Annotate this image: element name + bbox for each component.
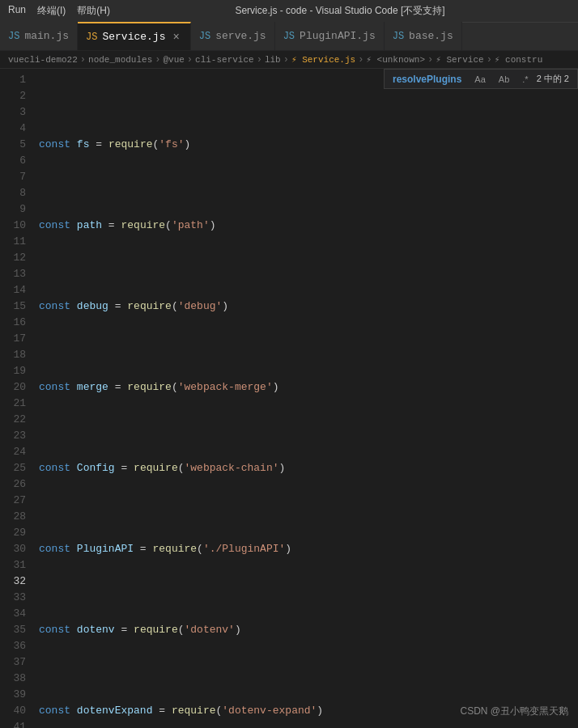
tab-close-button[interactable]: × [170,30,181,44]
ln-14: 14 [0,282,26,298]
ln-35: 35 [0,622,26,638]
ln-8: 8 [0,185,26,201]
ln-21: 21 [0,396,26,412]
ln-30: 30 [0,541,26,557]
tab-serve[interactable]: JS serve.js [191,22,275,50]
code-area[interactable]: const fs = require('fs') const path = re… [32,69,578,728]
code-line-7: const dotenv = require('dotenv') [39,622,578,638]
ln-24: 24 [0,444,26,460]
ln-16: 16 [0,315,26,331]
ln-1: 1 [0,72,26,88]
window-title: Service.js - code - Visual Studio Code [… [110,4,570,18]
bc-service-class: ⚡ Service [436,54,483,65]
ln-34: 34 [0,606,26,622]
js-icon-service: JS [86,32,97,43]
ln-33: 33 [0,590,26,606]
ln-31: 31 [0,557,26,574]
tab-pluginapi-label: PluginAPI.js [300,30,376,42]
editor: 1 2 3 4 5 6 7 8 9 10 11 12 13 14 15 16 1… [0,69,578,728]
tab-service[interactable]: JS Service.js × [78,22,191,50]
js-icon-pluginapi: JS [283,31,295,42]
ln-40: 40 [0,703,26,719]
ln-25: 25 [0,460,26,476]
code-line-6: const PluginAPI = require('./PluginAPI') [39,541,578,557]
ln-17: 17 [0,331,26,347]
ln-2: 2 [0,88,26,104]
tab-bar: JS main.js JS Service.js × JS serve.js J… [0,23,578,51]
search-term: resolvePlugins [393,74,461,85]
tab-main[interactable]: JS main.js [0,22,78,50]
tab-base[interactable]: JS base.js [385,22,462,50]
ln-32: 32 [0,574,26,590]
ln-41: 41 [0,719,26,728]
menu-run[interactable]: Run [8,4,26,18]
tab-serve-label: serve.js [215,30,266,42]
line-numbers: 1 2 3 4 5 6 7 8 9 10 11 12 13 14 15 16 1… [0,69,32,728]
code-line-1: const fs = require('fs') [39,137,578,153]
ln-5: 5 [0,137,26,153]
ln-38: 38 [0,671,26,687]
menu-terminal[interactable]: 终端(I) [37,4,66,18]
search-meta-symbol[interactable]: .* [522,74,528,84]
ln-37: 37 [0,654,26,671]
code-line-2: const path = require('path') [39,218,578,234]
code-line-5: const Config = require('webpack-chain') [39,460,578,476]
menu-bar[interactable]: Run 终端(I) 帮助(H) [8,4,110,18]
ln-39: 39 [0,687,26,703]
ln-22: 22 [0,412,26,428]
ln-6: 6 [0,153,26,169]
code-line-3: const debug = require('debug') [39,298,578,315]
ln-28: 28 [0,509,26,525]
ln-26: 26 [0,476,26,493]
ln-12: 12 [0,250,26,266]
search-meta-ab[interactable]: Ab [499,74,509,84]
ln-9: 9 [0,201,26,218]
ln-23: 23 [0,428,26,444]
ln-29: 29 [0,525,26,541]
bc-vue: @vue [163,55,184,65]
ln-3: 3 [0,104,26,121]
ln-27: 27 [0,493,26,509]
search-count: 2 中的 2 [537,73,569,85]
ln-7: 7 [0,169,26,185]
sep1: › [80,54,86,66]
breadcrumb: vuecli-demo22 › node_modules › @vue › cl… [0,51,578,69]
js-icon-base: JS [393,31,404,42]
bc-constru: ⚡ constru [495,54,542,65]
titlebar: Run 终端(I) 帮助(H) Service.js - code - Visu… [0,0,578,23]
tab-main-label: main.js [24,30,69,42]
ln-18: 18 [0,347,26,363]
bc-cli-service: cli-service [195,55,254,65]
ln-15: 15 [0,298,26,315]
ln-36: 36 [0,638,26,654]
search-meta-aa[interactable]: Aa [474,74,485,84]
code-line-4: const merge = require('webpack-merge') [39,379,578,396]
breadcrumb-path: vuecli-demo22 [8,55,78,65]
search-popup: resolvePlugins Aa Ab .* 2 中的 2 [384,69,578,89]
ln-19: 19 [0,363,26,379]
ln-4: 4 [0,121,26,137]
bc-lib: lib [265,55,281,65]
menu-help[interactable]: 帮助(H) [77,4,110,18]
ln-20: 20 [0,379,26,396]
bc-service-js: ⚡ Service.js [291,54,355,65]
watermark: CSDN @丑小鸭变黑天鹅 [460,705,568,718]
ln-11: 11 [0,234,26,250]
ln-13: 13 [0,266,26,282]
bc-unknown: ⚡ <unknown> [366,54,425,65]
js-icon-serve: JS [199,31,210,42]
tab-service-label: Service.js [102,31,165,43]
tab-base-label: base.js [409,30,453,42]
tab-pluginapi[interactable]: JS PluginAPI.js [275,22,385,50]
js-icon: JS [8,31,19,42]
ln-10: 10 [0,218,26,234]
bc-node-modules: node_modules [88,55,152,65]
